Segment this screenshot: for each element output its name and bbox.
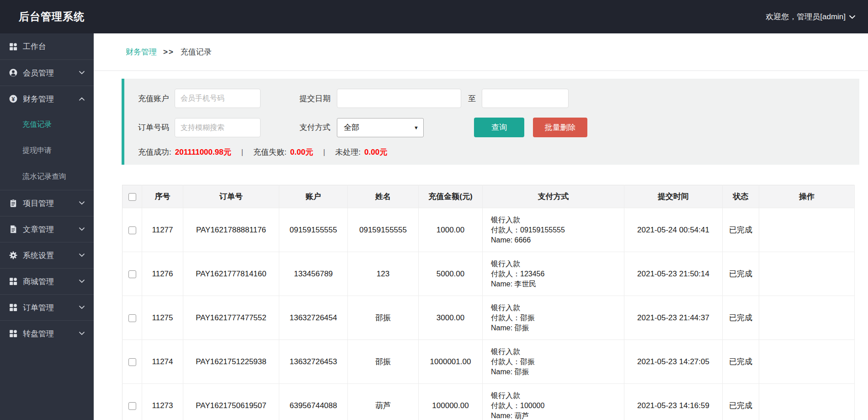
cell-account: 63956744088 [279,384,348,420]
cell-id: 11277 [142,208,183,252]
row-checkbox[interactable] [128,358,136,366]
select-caret-icon: ▼ [414,125,419,130]
cell-actions [759,296,855,340]
row-checkbox[interactable] [128,402,136,410]
cell-actions [759,340,855,384]
cell-status: 已完成 [723,384,759,420]
stat-divider: | [323,148,325,157]
sidebar-item-label: 订单管理 [23,302,54,313]
sidebar-item-label: 会员管理 [23,68,54,78]
sidebar-subitem-withdrawal-requests[interactable]: 提现申请 [0,138,94,164]
date-from-input[interactable] [337,89,461,108]
breadcrumb-current: 充值记录 [181,47,212,57]
cell-id: 11276 [142,252,183,296]
cell-order: PAY1621788881176 [183,208,279,252]
gear-icon [9,251,17,259]
user-menu[interactable]: 欢迎您，管理员[admin] [766,11,868,22]
sidebar-item-settings[interactable]: 系统设置 [0,242,94,268]
cell-time: 2021-05-24 00:54:41 [624,208,723,252]
cell-name: 邵振 [348,340,419,384]
cell-payment: 银行入款 付款人：邵振 Name: 邵振 [483,340,624,384]
sidebar-item-members[interactable]: 会员管理 [0,59,94,86]
sidebar-item-articles[interactable]: 文章管理 [0,216,94,242]
member-icon [9,69,17,77]
row-checkbox[interactable] [128,270,136,278]
cell-time: 2021-05-23 21:50:14 [624,252,723,296]
cell-id: 11274 [142,340,183,384]
stat-fail-value: 0.00元 [290,147,313,157]
stat-success-value: 201111000.98元 [175,147,231,157]
col-header-order: 订单号 [183,185,279,208]
sidebar-item-label: 项目管理 [23,198,54,209]
search-button[interactable]: 查询 [474,118,524,137]
top-header: 后台管理系统 欢迎您，管理员[admin] [0,0,868,33]
chevron-up-icon [79,97,85,101]
cell-amount: 1000001.00 [419,340,483,384]
filter-panel: 充值账户 提交日期 至 订单号码 支付方式 全部 ▼ 查询 批量 [122,79,859,165]
cell-name: 123 [348,252,419,296]
cell-amount: 100000.00 [419,384,483,420]
payment-label: 支付方式 [299,122,331,133]
row-checkbox[interactable] [128,226,136,234]
batch-delete-button[interactable]: 批量删除 [533,118,587,137]
col-header-time: 提交时间 [624,185,723,208]
finance-icon [9,95,17,103]
sidebar-item-label: 商城管理 [23,276,54,287]
cell-payment: 银行入款 付款人：100000 Name: 葫芦 [483,384,624,420]
cell-status: 已完成 [723,208,759,252]
sidebar-subitem-transaction-query[interactable]: 流水记录查询 [0,164,94,190]
account-input[interactable] [175,89,261,108]
cell-account: 09159155555 [279,208,348,252]
sidebar-item-orders[interactable]: 订单管理 [0,294,94,320]
sidebar-item-mall[interactable]: 商城管理 [0,268,94,294]
grid-icon [9,303,17,312]
table-row: 11276 PAY1621777814160 133456789 123 500… [122,252,855,296]
sidebar-item-projects[interactable]: 项目管理 [0,190,94,216]
cell-order: PAY1621750619507 [183,384,279,420]
table-row: 11273 PAY1621750619507 63956744088 葫芦 10… [122,384,855,420]
sidebar-item-label: 转盘管理 [23,328,54,339]
cell-account: 13632726454 [279,296,348,340]
breadcrumb-parent-link[interactable]: 财务管理 [126,47,157,57]
cell-account: 13632726453 [279,340,348,384]
chevron-down-icon [849,12,855,22]
cell-status: 已完成 [723,252,759,296]
table-header-row: 序号 订单号 账户 姓名 充值金额(元) 支付方式 提交时间 状态 操作 [122,185,855,208]
welcome-text: 欢迎您，管理员[admin] [766,11,846,22]
order-input[interactable] [175,118,261,137]
stat-divider: | [241,148,243,157]
row-checkbox[interactable] [128,314,136,322]
payment-select[interactable]: 全部 ▼ [337,118,424,137]
cell-name: 邵振 [348,296,419,340]
sidebar-item-finance[interactable]: 财务管理 [0,86,94,112]
table-row: 11277 PAY1621788881176 09159155555 09159… [122,208,855,252]
col-header-account: 账户 [279,185,348,208]
stat-success-label: 充值成功: [138,147,171,157]
cell-account: 133456789 [279,252,348,296]
app-title: 后台管理系统 [0,10,85,24]
sidebar-item-label: 财务管理 [23,94,54,104]
sidebar-subitem-recharge-records[interactable]: 充值记录 [0,112,94,138]
cell-status: 已完成 [723,296,759,340]
chevron-down-icon [79,306,85,309]
date-to-input[interactable] [482,89,569,108]
cell-status: 已完成 [723,340,759,384]
chevron-down-icon [79,227,85,231]
cell-name: 09159155555 [348,208,419,252]
sidebar: 工作台 会员管理 财务管理 充值记录 提现申请 流水记录查询 [0,33,94,420]
breadcrumb: 财务管理 >> 充值记录 [94,33,868,71]
cell-time: 2021-05-23 14:16:59 [624,384,723,420]
admin-app: 后台管理系统 欢迎您，管理员[admin] 工作台 会员管理 财务管理 [0,0,868,420]
payment-select-value: 全部 [344,122,359,133]
col-header-payment: 支付方式 [483,185,624,208]
cell-amount: 5000.00 [419,252,483,296]
sidebar-item-workbench[interactable]: 工作台 [0,33,94,59]
document-icon [9,225,17,233]
col-header-status: 状态 [723,185,759,208]
grid-icon [9,329,17,338]
select-all-checkbox[interactable] [128,193,136,201]
table-row: 11275 PAY1621777477552 13632726454 邵振 30… [122,296,855,340]
sidebar-item-wheel[interactable]: 转盘管理 [0,320,94,346]
cell-amount: 1000.00 [419,208,483,252]
cell-order: PAY1621751225938 [183,340,279,384]
